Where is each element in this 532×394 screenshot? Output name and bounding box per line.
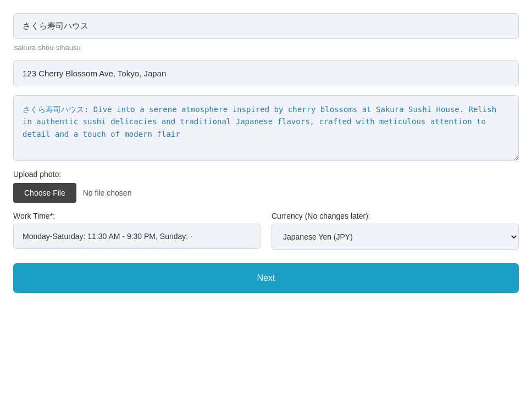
currency-group: Currency (No changes later): Japanese Ye… bbox=[271, 212, 519, 250]
restaurant-description-textarea[interactable]: さくら寿司ハウス: Dive into a serene atmosphere … bbox=[13, 95, 519, 161]
currency-select[interactable]: Japanese Yen (JPY) US Dollar (USD) Euro … bbox=[271, 224, 519, 250]
upload-row: Choose File No file chosen bbox=[13, 183, 519, 203]
work-time-input[interactable] bbox=[13, 224, 261, 249]
restaurant-name-input[interactable] bbox=[13, 13, 519, 39]
slug-text: sakura-shou-sihausu bbox=[13, 43, 519, 52]
currency-label: Currency (No changes later): bbox=[271, 212, 519, 220]
form-container: sakura-shou-sihausu さくら寿司ハウス: Dive into … bbox=[13, 13, 519, 293]
upload-section: Upload photo: Choose File No file chosen bbox=[13, 170, 519, 203]
restaurant-address-input[interactable] bbox=[13, 60, 519, 86]
work-time-label: Work Time*: bbox=[13, 212, 261, 220]
work-time-group: Work Time*: bbox=[13, 212, 261, 249]
bottom-row: Work Time*: Currency (No changes later):… bbox=[13, 212, 519, 250]
choose-file-button[interactable]: Choose File bbox=[13, 183, 76, 203]
no-file-text: No file chosen bbox=[83, 188, 132, 197]
next-button[interactable]: Next bbox=[13, 263, 519, 293]
upload-label: Upload photo: bbox=[13, 170, 519, 179]
